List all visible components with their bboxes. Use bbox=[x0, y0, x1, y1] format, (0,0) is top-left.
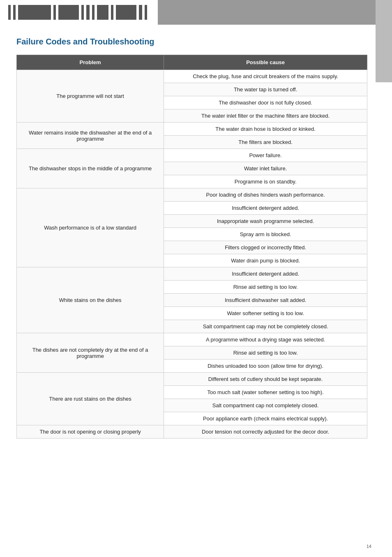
cause-cell-0-3: The water inlet filter or the machine fi… bbox=[164, 109, 367, 123]
table-row: The door is not opening or closing prope… bbox=[17, 425, 367, 439]
bar-segment-2 bbox=[13, 5, 16, 20]
table-row: The dishes are not completely dry at the… bbox=[17, 333, 367, 346]
troubleshooting-table: Problem Possible cause The programme wil… bbox=[16, 55, 367, 439]
table-row: There are rust stains on the dishesDiffe… bbox=[17, 373, 367, 386]
problem-cell-6: There are rust stains on the dishes bbox=[17, 373, 164, 425]
page-number: 14 bbox=[367, 544, 371, 549]
cause-cell-1-1: The filters are blocked. bbox=[164, 136, 367, 149]
cause-cell-1-0: The water drain hose is blocked or kinke… bbox=[164, 123, 367, 136]
bar-segment-3 bbox=[18, 5, 51, 20]
bar-segment-13 bbox=[145, 5, 147, 20]
bar-segment-10 bbox=[111, 5, 113, 20]
cause-cell-4-2: Insufficient dishwasher salt added. bbox=[164, 294, 367, 307]
cause-cell-7-0: Door tension not correctly adjusted for … bbox=[164, 425, 367, 439]
problem-cell-5: The dishes are not completely dry at the… bbox=[17, 333, 164, 373]
table-header-row: Problem Possible cause bbox=[17, 55, 367, 70]
problem-cell-3: Wash performance is of a low standard bbox=[17, 188, 164, 267]
table-row: Water remains inside the dishwasher at t… bbox=[17, 123, 367, 136]
bar-segment-6 bbox=[81, 5, 84, 20]
bar-segment-5 bbox=[58, 5, 79, 20]
right-accent-bar bbox=[376, 0, 392, 82]
bar-segment-12 bbox=[139, 5, 142, 20]
problem-cell-4: White stains on the dishes bbox=[17, 267, 164, 333]
problem-cell-0: The programme will not start bbox=[17, 70, 164, 123]
cause-cell-3-2: Inappropriate wash programme selected. bbox=[164, 215, 367, 228]
top-decorative-bar bbox=[0, 0, 392, 25]
table-row: The dishwasher stops in the middle of a … bbox=[17, 149, 367, 162]
cause-cell-5-1: Rinse aid setting is too low. bbox=[164, 346, 367, 360]
cause-cell-5-2: Dishes unloaded too soon (allow time for… bbox=[164, 360, 367, 373]
page-content: Failure Codes and Troubleshooting Proble… bbox=[0, 25, 392, 455]
cause-cell-3-3: Spray arm is blocked. bbox=[164, 228, 367, 241]
cause-cell-3-4: Filters clogged or incorrectly fitted. bbox=[164, 241, 367, 254]
bar-segment-11 bbox=[116, 5, 136, 20]
table-row: Wash performance is of a low standardPoo… bbox=[17, 188, 367, 202]
table-row: The programme will not startCheck the pl… bbox=[17, 70, 367, 83]
cause-cell-4-1: Rinse aid setting is too low. bbox=[164, 281, 367, 294]
problem-cell-2: The dishwasher stops in the middle of a … bbox=[17, 149, 164, 188]
bar-segment-8 bbox=[92, 5, 95, 20]
cause-cell-0-0: Check the plug, fuse and circuit breaker… bbox=[164, 70, 367, 83]
bar-segment-1 bbox=[8, 5, 11, 20]
cause-cell-2-2: Programme is on standby. bbox=[164, 175, 367, 188]
cause-cell-6-3: Poor appliance earth (check mains electr… bbox=[164, 412, 367, 425]
problem-cell-1: Water remains inside the dishwasher at t… bbox=[17, 123, 164, 149]
bar-segment-4 bbox=[53, 5, 56, 20]
cause-cell-2-1: Water inlet failure. bbox=[164, 162, 367, 175]
bar-segment-7 bbox=[86, 5, 90, 20]
cause-cell-6-2: Salt compartment cap not completely clos… bbox=[164, 399, 367, 412]
cause-cell-3-1: Insufficient detergent added. bbox=[164, 202, 367, 215]
cause-cell-6-1: Too much salt (water softener setting is… bbox=[164, 386, 367, 399]
page-title: Failure Codes and Troubleshooting bbox=[16, 37, 367, 46]
cause-cell-4-0: Insufficient detergent added. bbox=[164, 267, 367, 281]
top-bar-right-accent bbox=[158, 0, 384, 25]
bar-segment-9 bbox=[97, 5, 108, 20]
cause-cell-4-3: Water softener setting is too low. bbox=[164, 307, 367, 320]
cause-cell-0-2: The dishwasher door is not fully closed. bbox=[164, 96, 367, 109]
cause-cell-5-0: A programme without a drying stage was s… bbox=[164, 333, 367, 346]
cause-cell-0-1: The water tap is turned off. bbox=[164, 83, 367, 96]
table-row: White stains on the dishesInsufficient d… bbox=[17, 267, 367, 281]
cause-cell-3-0: Poor loading of dishes hinders wash perf… bbox=[164, 188, 367, 202]
cause-cell-3-5: Water drain pump is blocked. bbox=[164, 254, 367, 267]
cause-cell-6-0: Different sets of cutlery should be kept… bbox=[164, 373, 367, 386]
cause-cell-4-4: Salt compartment cap may not be complete… bbox=[164, 320, 367, 333]
cause-cell-2-0: Power failure. bbox=[164, 149, 367, 162]
problem-cell-7: The door is not opening or closing prope… bbox=[17, 425, 164, 439]
col-header-cause: Possible cause bbox=[164, 55, 367, 70]
col-header-problem: Problem bbox=[17, 55, 164, 70]
